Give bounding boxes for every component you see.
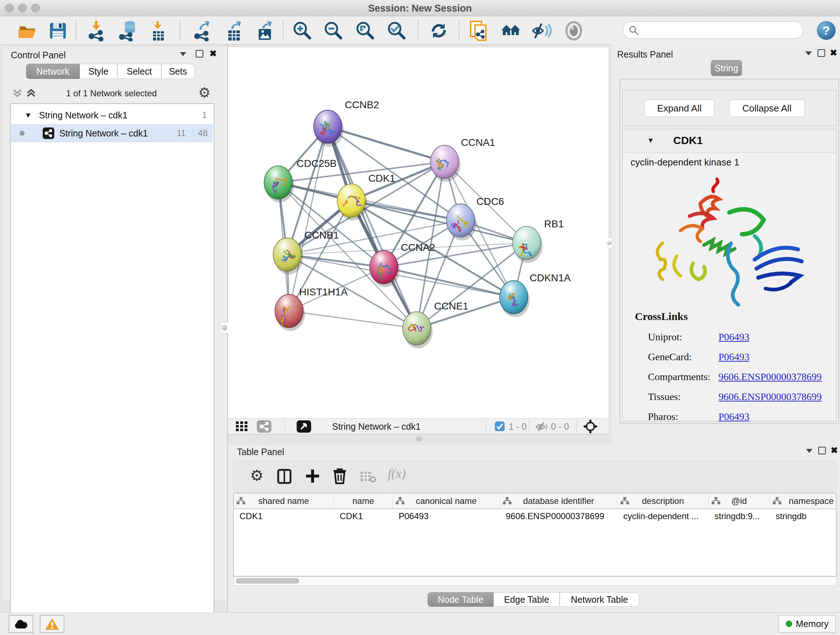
delete-column-trash-icon[interactable] — [332, 467, 347, 485]
table-cell[interactable]: stringdb:9... — [714, 509, 768, 523]
column-header-database-identifier[interactable]: database identifier — [500, 494, 617, 509]
table-cell[interactable]: CDK1 — [240, 509, 332, 523]
export-table-button[interactable] — [224, 20, 245, 42]
network-node-CCNE1[interactable] — [403, 312, 433, 348]
birds-eye-view-icon[interactable] — [583, 419, 598, 434]
zoom-in-button[interactable] — [292, 20, 313, 42]
expand-all-networks-icon[interactable] — [25, 88, 38, 98]
network-node-RB1[interactable] — [513, 226, 543, 263]
network-canvas[interactable]: CCNB2CCNA1CDC25BCDK1CDC6RB1CCNB1CCNA2CDK… — [228, 48, 608, 418]
tab-string[interactable]: String — [711, 60, 742, 76]
memory-button[interactable]: Memory — [778, 615, 836, 632]
network-edge-CCNB2-CCNE1[interactable] — [328, 127, 417, 328]
expand-all-button[interactable]: Expand All — [644, 100, 714, 117]
network-node-CDK1[interactable] — [337, 184, 367, 220]
column-header-description[interactable]: description — [617, 494, 709, 509]
import-network-button[interactable] — [86, 20, 108, 42]
table-cell[interactable]: 9606.ENSP00000378699 — [506, 509, 616, 523]
network-node-CDC6[interactable] — [447, 204, 477, 241]
close-panel-icon[interactable]: ✖ — [830, 49, 837, 57]
import-network-from-database-button[interactable] — [117, 20, 139, 42]
tab-node-table[interactable]: Node Table — [428, 592, 493, 607]
collapse-all-button[interactable]: Collapse All — [729, 100, 805, 117]
column-header--id[interactable]: @id — [709, 494, 770, 509]
network-edge-CCNB2-HIST1H1A[interactable] — [289, 127, 328, 311]
table-cell[interactable]: CDK1 — [340, 509, 392, 523]
entry-header[interactable]: ▼ CDK1 — [622, 129, 836, 153]
selected-checkbox-icon[interactable] — [495, 421, 505, 431]
home-networks-button[interactable] — [500, 20, 522, 42]
crosslink-link[interactable]: P06493 — [718, 411, 750, 423]
search-input[interactable] — [642, 23, 796, 36]
network-node-CCNB2[interactable] — [314, 110, 344, 147]
import-table-button[interactable] — [148, 20, 169, 42]
open-session-button[interactable] — [16, 20, 38, 42]
zoom-fit-button[interactable] — [355, 20, 376, 42]
collapse-all-networks-icon[interactable] — [11, 88, 25, 98]
hide-unhide-button[interactable] — [531, 20, 553, 42]
help-button[interactable]: ? — [817, 21, 836, 40]
table-cell[interactable]: P06493 — [399, 509, 499, 523]
show-graphics-details-button[interactable] — [563, 20, 584, 42]
grid-view-icon[interactable] — [236, 421, 248, 432]
network-node-CCNA2[interactable] — [370, 250, 400, 287]
tab-style[interactable]: Style — [80, 64, 117, 79]
crosslink-link[interactable]: P06493 — [718, 331, 750, 343]
network-edge-CCNA2-CDKN1A[interactable] — [384, 267, 514, 297]
tab-network[interactable]: Network — [26, 64, 80, 79]
float-panel-icon[interactable] — [818, 49, 825, 57]
toolbar-separator — [76, 21, 76, 41]
warnings-button[interactable] — [40, 615, 65, 633]
entry-description: cyclin-dependent kinase 1 — [630, 157, 739, 168]
column-header-canonical-name[interactable]: canonical name — [393, 494, 500, 509]
close-panel-icon[interactable]: ✖ — [210, 50, 217, 57]
tab-sets[interactable]: Sets — [161, 64, 195, 79]
table-settings-gear-icon[interactable]: ⚙ — [250, 467, 264, 485]
column-header-namespace[interactable]: namespace — [770, 494, 836, 509]
network-collection-row[interactable]: ▼ String Network – cdk1 1 — [11, 106, 213, 124]
network-node-HIST1H1A[interactable] — [275, 295, 305, 331]
network-options-gear-icon[interactable]: ⚙ — [198, 85, 210, 101]
network-node-CCNA1[interactable] — [431, 145, 461, 182]
tab-select[interactable]: Select — [117, 64, 161, 79]
zoom-out-button[interactable] — [323, 20, 344, 42]
panel-menu-icon[interactable] — [180, 52, 186, 56]
network-node-CDC25B[interactable] — [264, 166, 294, 203]
disclosure-triangle-icon[interactable]: ▼ — [647, 136, 654, 144]
table-cell[interactable]: stringdb — [775, 509, 836, 523]
crosslink-link[interactable]: 9606.ENSP00000378699 — [718, 391, 821, 402]
panel-menu-icon[interactable] — [805, 51, 812, 55]
apply-layout-button[interactable] — [428, 20, 450, 42]
export-network-icon — [192, 20, 213, 41]
splitter-handle[interactable] — [220, 322, 229, 333]
string-import-button[interactable] — [468, 20, 489, 42]
network-list-icon[interactable] — [257, 420, 271, 432]
crosslink-link[interactable]: 9606.ENSP00000378699 — [718, 371, 821, 383]
tab-network-table[interactable]: Network Table — [560, 592, 639, 607]
close-panel-icon[interactable]: ✖ — [831, 447, 838, 454]
zoom-selected-button[interactable] — [386, 20, 408, 42]
network-node-CDKN1A[interactable] — [500, 280, 530, 317]
splitter-handle[interactable] — [415, 437, 423, 441]
show-columns-icon[interactable] — [277, 469, 292, 484]
column-header-shared-name[interactable]: shared name — [234, 494, 334, 509]
cloud-status-button[interactable] — [9, 615, 33, 633]
scrollbar-thumb[interactable] — [236, 578, 299, 584]
float-panel-icon[interactable] — [818, 447, 826, 454]
export-image-button[interactable] — [254, 20, 276, 42]
tab-edge-table[interactable]: Edge Table — [493, 592, 560, 607]
add-column-icon[interactable] — [305, 468, 321, 484]
float-panel-icon[interactable] — [196, 50, 203, 57]
save-session-button[interactable] — [47, 20, 69, 42]
detach-view-icon[interactable] — [297, 420, 311, 432]
network-edge-CCNB2-CCNA1[interactable] — [328, 127, 445, 162]
column-header-name[interactable]: name — [334, 494, 393, 509]
table-horizontal-scrollbar[interactable] — [233, 576, 836, 586]
export-network-button[interactable] — [192, 20, 213, 42]
network-row-selected[interactable]: String Network – cdk1 11 48 — [11, 124, 213, 142]
crosslink-link[interactable]: P06493 — [718, 351, 750, 363]
table-cell[interactable]: cyclin-dependent ... — [623, 509, 707, 523]
panel-menu-icon[interactable] — [806, 449, 813, 453]
disclosure-triangle-icon[interactable]: ▼ — [25, 111, 32, 119]
network-edge-HIST1H1A-CCNE1[interactable] — [289, 311, 417, 328]
